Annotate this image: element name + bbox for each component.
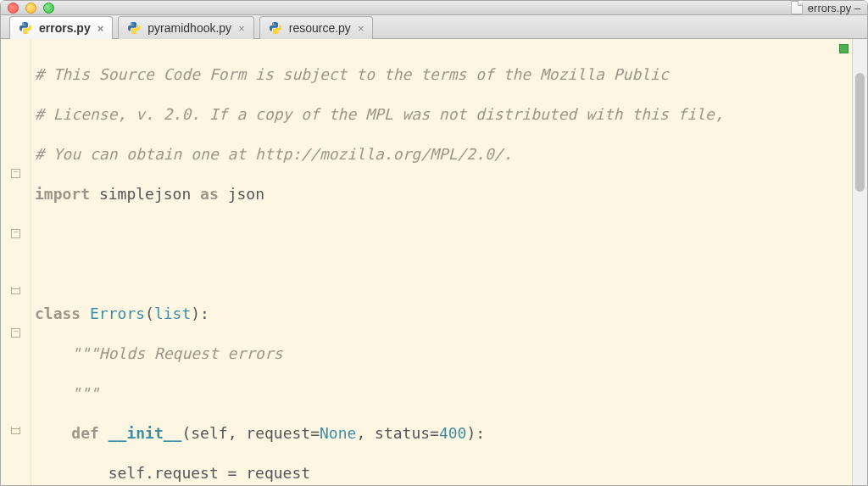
title-text: errors.py – — [808, 2, 860, 14]
param: request — [246, 424, 310, 442]
titlebar-filename: errors.py – — [791, 1, 860, 14]
fold-end-icon — [11, 287, 20, 294]
gutter[interactable] — [1, 39, 31, 486]
docstring: """ — [71, 384, 99, 402]
status-indicator-icon — [839, 44, 849, 53]
zoom-window-button[interactable] — [43, 3, 54, 14]
base-class: list — [154, 304, 191, 322]
python-file-icon — [19, 21, 32, 35]
tab-bar: errors.py × pyramidhook.py × resource.py… — [1, 15, 867, 39]
tab-pyramidhook[interactable]: pyramidhook.py × — [118, 16, 253, 39]
param: self — [191, 424, 227, 442]
module-name: simplejson — [99, 185, 191, 203]
tab-label: resource.py — [289, 21, 351, 35]
close-tab-icon[interactable]: × — [238, 22, 245, 35]
editor-area: # This Source Code Form is subject to th… — [1, 39, 867, 486]
close-window-button[interactable] — [8, 3, 19, 14]
fold-toggle-icon[interactable] — [11, 169, 20, 178]
ide-window: errors.py – errors.py × pyramidhook.py ×… — [0, 0, 868, 486]
kw-import: import — [35, 185, 90, 203]
python-file-icon — [269, 21, 282, 35]
tab-label: errors.py — [39, 21, 91, 35]
code-comment: # License, v. 2.0. If a copy of the MPL … — [35, 105, 724, 123]
scrollbar-thumb[interactable] — [855, 73, 865, 192]
fold-end-icon — [11, 427, 20, 434]
tab-resource[interactable]: resource.py × — [259, 16, 374, 39]
code-editor[interactable]: # This Source Code Form is subject to th… — [31, 39, 852, 486]
kw-class: class — [35, 304, 81, 322]
tab-label: pyramidhook.py — [147, 21, 231, 35]
fold-toggle-icon[interactable] — [11, 328, 20, 338]
close-tab-icon[interactable]: × — [358, 22, 364, 35]
close-tab-icon[interactable]: × — [97, 22, 104, 35]
stmt: self.request = request — [108, 464, 310, 482]
alias-name: json — [228, 185, 264, 203]
titlebar: errors.py – — [1, 1, 867, 15]
document-icon — [791, 1, 803, 14]
class-name: Errors — [90, 304, 145, 322]
method-name: __init__ — [108, 424, 182, 442]
none-literal: None — [320, 424, 356, 442]
python-file-icon — [127, 21, 141, 35]
code-comment: # You can obtain one at http://mozilla.o… — [35, 145, 513, 163]
number-literal: 400 — [439, 424, 467, 442]
minimize-window-button[interactable] — [25, 3, 36, 14]
kw-def: def — [71, 424, 99, 442]
tab-errors[interactable]: errors.py × — [9, 16, 113, 39]
code-comment: # This Source Code Form is subject to th… — [35, 65, 669, 83]
vertical-scrollbar[interactable] — [852, 39, 867, 486]
param: status — [375, 424, 430, 442]
window-controls — [8, 3, 54, 14]
docstring: """Holds Request errors — [71, 344, 282, 362]
kw-as: as — [200, 185, 219, 203]
fold-toggle-icon[interactable] — [11, 229, 20, 238]
